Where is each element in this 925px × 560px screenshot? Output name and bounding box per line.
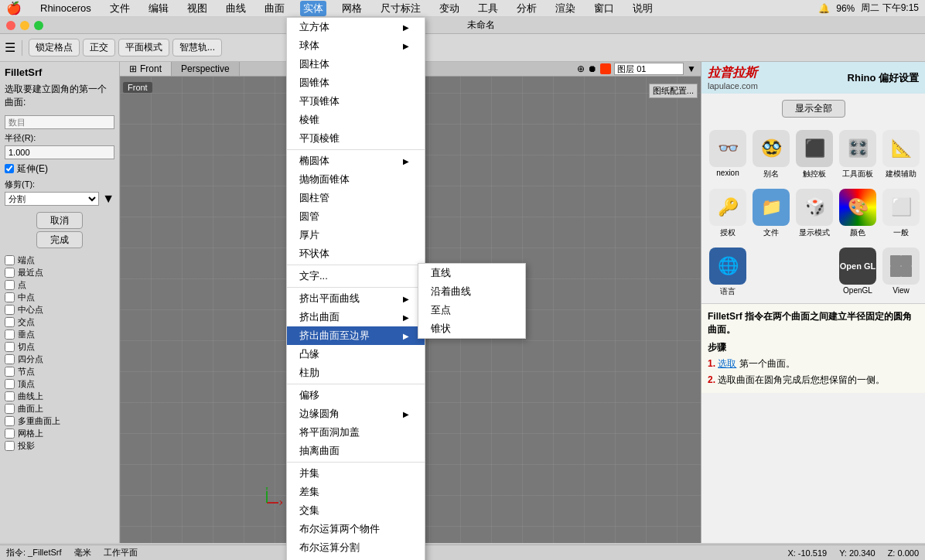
menu-cylinder[interactable]: 圆柱体 [287,55,425,73]
notification-icon[interactable]: 🔔 [818,3,830,14]
menu-file[interactable]: 文件 [107,1,133,16]
pref-icon-license[interactable]: 🔑 授权 [708,186,748,241]
menu-mesh[interactable]: 网格 [339,1,365,16]
menu-auto-solid[interactable]: 自动建立实体 [287,557,425,560]
snap-quad-check[interactable] [5,354,15,364]
menu-cone[interactable]: 圆锥体 [287,73,425,92]
layer-dropdown-icon[interactable]: ▼ [687,63,696,74]
menu-pipe-cyl[interactable]: 圆柱管 [287,189,425,207]
maximize-button[interactable] [34,21,43,30]
submenu-tapered[interactable]: 锥状 [418,319,525,338]
menu-transform[interactable]: 变动 [436,1,462,16]
menu-solid[interactable]: 实体 [300,1,326,16]
menu-offset[interactable]: 偏移 [287,386,425,405]
pref-icon-trackpad[interactable]: ⬛ 触控板 [794,127,835,183]
snap-mid-check[interactable] [5,292,15,302]
snap-near-check[interactable] [5,268,15,278]
snap-perp-check[interactable] [5,330,15,340]
menu-sphere[interactable]: 球体 ▶ [287,36,425,55]
pref-icon-display[interactable]: 🎲 显示模式 [794,186,835,241]
menu-extrude-to-boundary[interactable]: 挤出曲面至边界 ▶ [287,326,425,345]
submenu-straight[interactable]: 直线 [418,264,525,282]
snap-on-polysurface-check[interactable] [5,416,15,426]
trim-select[interactable]: 分割 [5,192,99,206]
pref-icon-nexion[interactable]: 👓 nexion [708,127,748,183]
menu-cuboid[interactable]: 立方体 ▶ [287,18,425,36]
tab-front[interactable]: ⊞ Front [120,62,172,76]
menu-edge-fillet[interactable]: 边缘圆角 ▶ [287,405,425,423]
lock-grid-button[interactable]: 锁定格点 [29,39,80,56]
menu-view[interactable]: 视图 [184,1,210,16]
menu-intersection[interactable]: 交集 [287,501,425,520]
radius-input[interactable] [5,145,114,159]
snap-on-surface-check[interactable] [5,404,15,414]
menu-truncated-cone[interactable]: 平顶锥体 [287,92,425,111]
menu-flange[interactable]: 凸缘 [287,345,425,364]
menu-render[interactable]: 渲染 [552,1,579,16]
menu-difference[interactable]: 差集 [287,483,425,501]
layer-name-input[interactable] [614,63,684,75]
pref-icon-general[interactable]: ⬜ 一般 [881,186,921,241]
menu-tools[interactable]: 工具 [475,1,501,16]
snap-vertex-check[interactable] [5,379,15,389]
pref-icon-opengl[interactable]: Open GL OpenGL [838,244,878,300]
snap-intersect-check[interactable] [5,317,15,327]
menu-edit[interactable]: 编辑 [145,1,172,16]
submenu-to-point[interactable]: 至点 [418,301,525,319]
apple-menu[interactable]: 🍎 [6,1,22,15]
sidebar-toggle-icon[interactable]: ☰ [5,40,15,55]
ok-button[interactable]: 完成 [36,231,83,248]
pref-icon-toolbar[interactable]: 🎛️ 工具面板 [838,127,878,183]
snap-on-curve-check[interactable] [5,391,15,401]
drawing-config-button[interactable]: 图纸配置... [649,84,698,98]
menu-curve[interactable]: 曲线 [223,1,249,16]
menu-pyramid[interactable]: 棱锥 [287,111,425,129]
snap-center-check[interactable] [5,305,15,315]
menu-torus[interactable]: 环状体 [287,244,425,263]
menu-cap[interactable]: 将平面洞加盖 [287,423,425,442]
menu-paraboloid[interactable]: 抛物面锥体 [287,170,425,189]
menu-pipe[interactable]: 圆管 [287,207,425,226]
snap-endpoint-check[interactable] [5,255,15,265]
snap-on-mesh-check[interactable] [5,429,15,439]
menu-rhinoceros[interactable]: Rhinoceros [37,2,94,15]
snap-knot-check[interactable] [5,367,15,377]
menu-slab[interactable]: 厚片 [287,226,425,244]
trim-dropdown-icon[interactable]: ▼ [102,192,114,206]
minimize-button[interactable] [20,21,29,30]
pref-icon-modeling[interactable]: 📐 建模辅助 [881,127,921,183]
menu-union[interactable]: 并集 [287,464,425,483]
menu-extrude-surface[interactable]: 挤出曲面 ▶ [287,308,425,326]
menu-bool-split[interactable]: 布尔运算分割 [287,538,425,557]
step1-link[interactable]: 选取 [718,358,736,369]
tab-perspective[interactable]: Perspective [172,62,240,76]
close-button[interactable] [6,21,15,30]
snap-point-check[interactable] [5,280,15,290]
menu-analyze[interactable]: 分析 [514,1,540,16]
menu-surface[interactable]: 曲面 [261,1,288,16]
number-input[interactable] [5,115,114,129]
menu-rib[interactable]: 柱肋 [287,364,425,382]
show-all-button[interactable]: 显示全部 [782,100,845,118]
pref-icon-alias[interactable]: 🥸 别名 [751,127,791,183]
pref-icon-view[interactable]: View [881,244,921,300]
pref-icon-files[interactable]: 📁 文件 [751,186,791,241]
menu-extrude-curve[interactable]: 挤出平面曲线 ▶ [287,289,425,308]
menu-dimension[interactable]: 尺寸标注 [377,1,424,16]
submenu-along-curve[interactable]: 沿着曲线 [418,282,525,301]
menu-help[interactable]: 说明 [630,1,656,16]
pref-icon-language[interactable]: 🌐 语言 [708,244,748,300]
plane-mode-button[interactable]: 平面模式 [118,39,169,56]
menu-extract[interactable]: 抽离曲面 [287,442,425,460]
snap-tan-check[interactable] [5,342,15,352]
menu-text[interactable]: 文字... [287,267,425,285]
pref-icon-color[interactable]: 🎨 颜色 [838,186,878,241]
menu-window[interactable]: 窗口 [591,1,617,16]
orthogonal-button[interactable]: 正交 [83,39,115,56]
extend-checkbox[interactable] [5,164,14,173]
smart-track-button[interactable]: 智慧轨... [172,39,222,56]
cancel-button[interactable]: 取消 [36,212,83,229]
menu-truncated-pyramid[interactable]: 平顶棱锥 [287,129,425,148]
snap-project-check[interactable] [5,441,15,451]
menu-ellipsoid[interactable]: 椭圆体 ▶ [287,152,425,170]
